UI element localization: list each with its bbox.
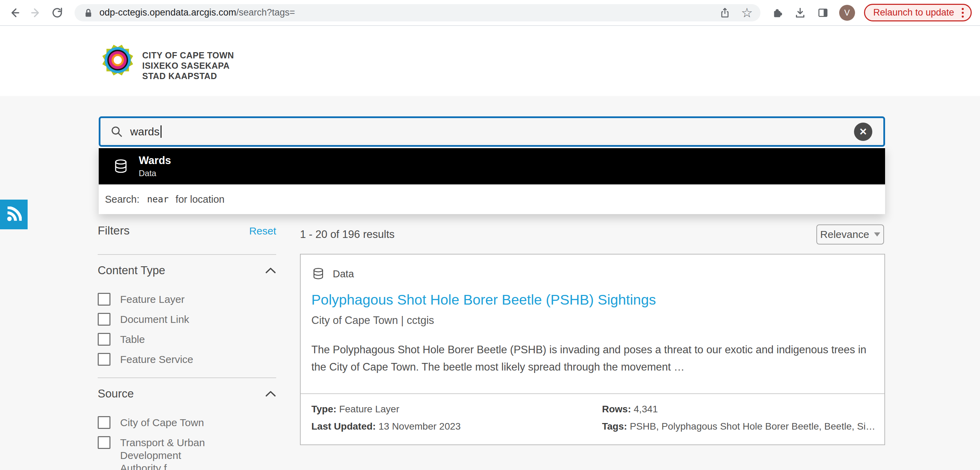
result-source: City of Cape Town | cctgis [311, 314, 874, 327]
hint-suffix: for location [176, 194, 225, 205]
checkbox[interactable] [98, 416, 110, 429]
filter-option-table[interactable]: Table [98, 333, 276, 346]
suggestion-type: Data [139, 169, 171, 178]
search-suggestions-dropdown: Wards Data Search: near for location [99, 147, 885, 214]
city-of-cape-town-logo[interactable]: CITY OF CAPE TOWN ISIXEKO SASEKAPA STAD … [99, 42, 234, 81]
share-icon[interactable] [719, 7, 731, 19]
checkbox[interactable] [98, 436, 110, 449]
sort-label: Relevance [820, 229, 869, 241]
bookmark-star-icon[interactable]: ☆ [741, 6, 753, 19]
relaunch-to-update-button[interactable]: Relaunch to update [864, 4, 972, 21]
source-section-header[interactable]: Source [98, 387, 276, 400]
card-badge-label: Data [333, 268, 354, 280]
search-input[interactable]: wards ✕ [99, 116, 885, 147]
divider [98, 254, 276, 255]
url-bar[interactable]: odp-cctegis.opendata.arcgis.com/search?t… [75, 4, 760, 21]
search-input-value[interactable]: wards [130, 125, 159, 138]
chevron-up-icon[interactable] [265, 390, 276, 397]
filter-option-feature-layer[interactable]: Feature Layer [98, 293, 276, 306]
back-icon[interactable] [8, 6, 21, 19]
meta-rows: Rows4,341 [602, 403, 875, 416]
city-logo-emblem [99, 42, 136, 78]
extensions-icon[interactable] [772, 7, 783, 19]
result-title-link[interactable]: Polyphagous Shot Hole Borer Beetle (PSHB… [311, 292, 874, 308]
reload-icon[interactable] [51, 6, 64, 19]
side-panel-icon[interactable] [817, 7, 829, 19]
filters-title: Filters [98, 224, 130, 237]
browser-window: odp-cctegis.opendata.arcgis.com/search?t… [0, 0, 980, 470]
suggestion-item-wards[interactable]: Wards Data [99, 148, 885, 185]
filters-sidebar: Filters Reset Content Type Feature Layer… [98, 224, 276, 470]
meta-tags: TagsPSHB, Polyphagous Shot Hole Borer Be… [602, 420, 875, 433]
card-type-badge: Data [311, 267, 885, 281]
lock-icon [84, 8, 93, 18]
option-label[interactable]: Document Link [120, 313, 189, 326]
meta-type: TypeFeature Layer [311, 403, 461, 416]
checkbox[interactable] [98, 293, 110, 306]
meta-value: 13 November 2023 [378, 421, 460, 432]
meta-last-updated: Last Updated13 November 2023 [311, 420, 461, 433]
logo-line-1: CITY OF CAPE TOWN [142, 50, 234, 61]
url-domain: odp-cctegis.opendata.arcgis.com [99, 7, 236, 18]
rss-icon [6, 207, 22, 222]
search-icon [110, 125, 123, 138]
source-title: Source [98, 387, 134, 400]
city-logo-text: CITY OF CAPE TOWN ISIXEKO SASEKAPA STAD … [142, 50, 234, 81]
browser-toolbar: odp-cctegis.opendata.arcgis.com/search?t… [0, 0, 980, 26]
meta-value: Feature Layer [339, 404, 399, 414]
sort-dropdown[interactable]: Relevance [816, 225, 884, 244]
divider [98, 378, 276, 378]
avatar-initial: V [844, 8, 850, 18]
reset-filters-link[interactable]: Reset [249, 225, 276, 237]
result-meta-footer: TypeFeature Layer Last Updated13 Novembe… [301, 394, 885, 445]
source-options: City of Cape Town Transport & Urban Deve… [98, 416, 276, 470]
filter-option-document-link[interactable]: Document Link [98, 313, 276, 326]
forward-icon[interactable] [30, 6, 42, 19]
data-cylinder-icon [113, 158, 129, 175]
result-card[interactable]: Data Polyphagous Shot Hole Borer Beetle … [300, 254, 885, 445]
meta-label: Tags [602, 421, 630, 432]
checkbox[interactable] [98, 313, 110, 326]
content-type-section-header[interactable]: Content Type [98, 264, 276, 277]
meta-label: Last Updated [311, 421, 378, 432]
url-path: /search?tags= [236, 7, 295, 18]
results-header: 1 - 20 of 196 results Relevance [300, 224, 885, 245]
logo-line-2: ISIXEKO SASEKAPA [142, 61, 234, 71]
profile-avatar[interactable]: V [839, 5, 855, 21]
result-description: The Polyphagous Shot Hole Borer Beetle (… [311, 341, 874, 376]
logo-line-3: STAD KAAPSTAD [142, 71, 234, 81]
option-label[interactable]: Feature Service [120, 353, 193, 366]
option-label[interactable]: Table [120, 333, 145, 346]
rss-feed-button[interactable] [0, 199, 28, 229]
meta-value: PSHB, Polyphagous Shot Hole Borer Beetle… [630, 421, 875, 432]
hint-prefix: Search: [105, 194, 140, 205]
clear-icon: ✕ [859, 126, 867, 137]
content-type-options: Feature Layer Document Link Table Featur… [98, 293, 276, 366]
results-count: 1 - 20 of 196 results [300, 228, 395, 241]
filter-option-city-of-cape-town[interactable]: City of Cape Town [98, 416, 276, 429]
chevron-up-icon[interactable] [265, 267, 276, 274]
chevron-down-icon [874, 233, 880, 237]
url-text: odp-cctegis.opendata.arcgis.com/search?t… [99, 7, 295, 18]
meta-label: Rows [602, 404, 634, 414]
filter-option-transport-urban[interactable]: Transport & Urban Development Authority … [98, 436, 276, 470]
browser-menu-icon[interactable] [960, 6, 965, 19]
text-caret [161, 125, 162, 138]
filter-option-feature-service[interactable]: Feature Service [98, 353, 276, 366]
clear-search-button[interactable]: ✕ [854, 123, 872, 141]
downloads-icon[interactable] [794, 7, 806, 19]
suggestion-hint-near[interactable]: Search: near for location [99, 185, 885, 214]
option-label[interactable]: Feature Layer [120, 293, 185, 306]
checkbox[interactable] [98, 353, 110, 366]
meta-label: Type [311, 404, 339, 414]
meta-value: 4,341 [634, 404, 658, 414]
hint-code: near [147, 194, 169, 204]
relaunch-label: Relaunch to update [873, 7, 954, 18]
checkbox[interactable] [98, 333, 110, 346]
site-header: CITY OF CAPE TOWN ISIXEKO SASEKAPA STAD … [0, 26, 980, 96]
option-label[interactable]: City of Cape Town [120, 416, 204, 429]
content-type-title: Content Type [98, 264, 165, 277]
option-label[interactable]: Transport & Urban Development Authority … [120, 436, 224, 470]
suggestion-title: Wards [139, 155, 171, 167]
data-cylinder-icon [311, 267, 325, 281]
